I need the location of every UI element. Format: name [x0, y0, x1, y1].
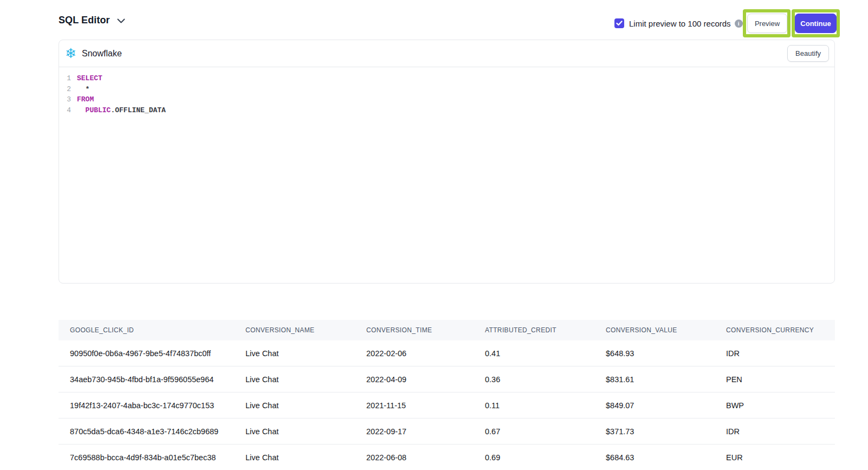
cell-conversion-value: $849.07: [606, 401, 726, 410]
cell-conversion-currency: PEN: [726, 375, 835, 384]
sql-editor-title-dropdown[interactable]: SQL Editor: [59, 15, 125, 26]
cell-conversion-currency: IDR: [726, 427, 835, 436]
cell-conversion-currency: IDR: [726, 349, 835, 358]
cell-conversion-time: 2022-02-06: [366, 349, 485, 358]
check-icon: [616, 21, 623, 26]
cell-attributed-credit: 0.11: [485, 401, 606, 410]
sql-keyword: SELECT: [77, 74, 102, 82]
cell-conversion-value: $831.61: [606, 375, 726, 384]
cell-conversion-name: Live Chat: [245, 453, 366, 462]
cell-google-click-id: 90950f0e-0b6a-4967-9be5-4f74837bc0ff: [70, 349, 245, 358]
cell-google-click-id: 7c69588b-bcca-4d9f-834b-a01e5c7bec38: [70, 453, 245, 462]
page: SQL Editor Limit preview to 100 records …: [0, 0, 868, 470]
table-row: 19f42f13-2407-4aba-bc3c-174c9770c153 Liv…: [59, 392, 835, 419]
cell-conversion-name: Live Chat: [245, 401, 366, 410]
chevron-down-icon[interactable]: [117, 16, 125, 26]
cell-conversion-time: 2022-06-08: [366, 453, 485, 462]
cell-attributed-credit: 0.69: [485, 453, 606, 462]
cell-google-click-id: 34aeb730-945b-4fbd-bf1a-9f596055e964: [70, 375, 245, 384]
table-row: 7c69588b-bcca-4d9f-834b-a01e5c7bec38 Liv…: [59, 445, 835, 470]
cell-conversion-name: Live Chat: [245, 349, 366, 358]
preview-button[interactable]: Preview: [747, 14, 787, 33]
sql-editor-card: ❄ Snowflake Beautify 1 SELECT 2 * 3 FROM…: [59, 40, 835, 284]
beautify-button[interactable]: Beautify: [787, 45, 829, 62]
table-row: 90950f0e-0b6a-4967-9be5-4f74837bc0ff Liv…: [59, 340, 835, 366]
line-number: 3: [59, 94, 71, 105]
cell-conversion-currency: EUR: [726, 453, 835, 462]
sql-text: *: [77, 85, 89, 93]
cell-google-click-id: 19f42f13-2407-4aba-bc3c-174c9770c153: [70, 401, 245, 410]
cell-conversion-value: $648.93: [606, 349, 726, 358]
cell-conversion-name: Live Chat: [245, 427, 366, 436]
cell-conversion-time: 2022-09-17: [366, 427, 485, 436]
table-row: 34aeb730-945b-4fbd-bf1a-9f596055e964 Liv…: [59, 366, 835, 392]
code-line: 3 FROM: [59, 94, 834, 105]
column-header-conversion-name: CONVERSION_NAME: [245, 326, 366, 334]
column-header-google-click-id: GOOGLE_CLICK_ID: [70, 326, 245, 334]
source-header: ❄ Snowflake Beautify: [59, 40, 834, 67]
sql-text: [77, 106, 86, 114]
sql-code-editor[interactable]: 1 SELECT 2 * 3 FROM 4 PUBLIC.OFFLINE_DAT…: [59, 67, 834, 115]
code-line: 1 SELECT: [59, 73, 834, 84]
sql-keyword: PUBLIC: [86, 106, 111, 114]
line-number: 2: [59, 84, 71, 95]
cell-conversion-value: $684.63: [606, 453, 726, 462]
continue-button[interactable]: Continue: [795, 14, 837, 33]
line-number: 4: [59, 105, 71, 116]
cell-attributed-credit: 0.36: [485, 375, 606, 384]
column-header-conversion-currency: CONVERSION_CURRENCY: [726, 326, 835, 334]
results-preview-table: GOOGLE_CLICK_ID CONVERSION_NAME CONVERSI…: [59, 320, 835, 470]
cell-conversion-value: $371.73: [606, 427, 726, 436]
cell-attributed-credit: 0.41: [485, 349, 606, 358]
column-header-conversion-time: CONVERSION_TIME: [366, 326, 485, 334]
cell-conversion-time: 2021-11-15: [366, 401, 485, 410]
snowflake-icon: ❄: [65, 47, 76, 60]
table-row: 870c5da5-dca6-4348-a1e3-7146c2cb9689 Liv…: [59, 419, 835, 445]
line-number: 1: [59, 73, 71, 84]
column-header-attributed-credit: ATTRIBUTED_CREDIT: [485, 326, 606, 334]
cell-conversion-time: 2022-04-09: [366, 375, 485, 384]
limit-preview-label[interactable]: Limit preview to 100 records: [629, 19, 731, 28]
source-name: Snowflake: [82, 49, 122, 59]
table-header-row: GOOGLE_CLICK_ID CONVERSION_NAME CONVERSI…: [59, 320, 835, 340]
code-line: 2 *: [59, 84, 834, 95]
cell-conversion-name: Live Chat: [245, 375, 366, 384]
limit-preview-checkbox[interactable]: [614, 18, 624, 28]
cell-google-click-id: 870c5da5-dca6-4348-a1e3-7146c2cb9689: [70, 427, 245, 436]
sql-keyword: FROM: [77, 95, 94, 104]
page-title: SQL Editor: [59, 15, 110, 26]
sql-text: .OFFLINE_DATA: [111, 106, 165, 114]
code-line: 4 PUBLIC.OFFLINE_DATA: [59, 105, 834, 116]
cell-conversion-currency: BWP: [726, 401, 835, 410]
info-icon[interactable]: i: [735, 20, 743, 28]
column-header-conversion-value: CONVERSION_VALUE: [606, 326, 726, 334]
cell-attributed-credit: 0.67: [485, 427, 606, 436]
limit-preview-control: Limit preview to 100 records i: [614, 18, 743, 28]
